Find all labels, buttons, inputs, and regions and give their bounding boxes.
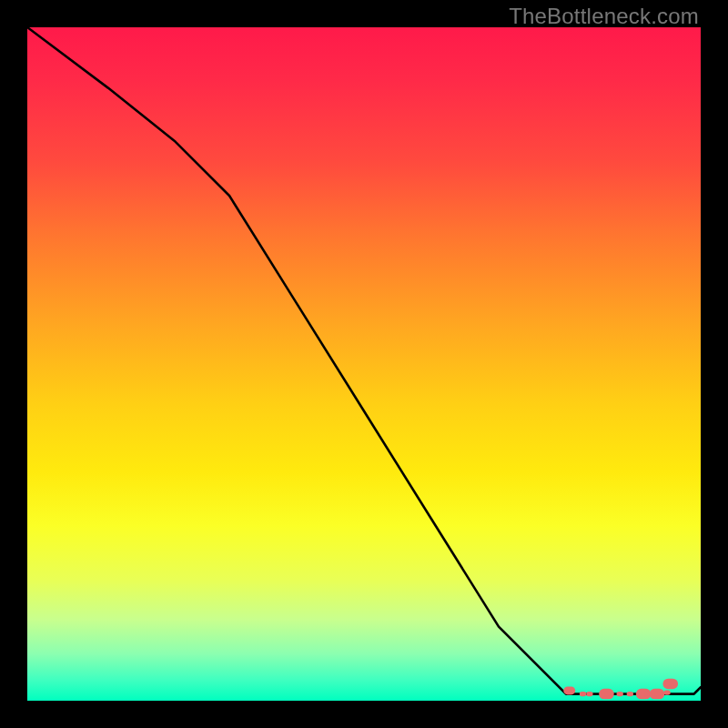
- chart-svg: [27, 27, 701, 701]
- highlight-point: [636, 689, 652, 700]
- highlight-point: [650, 689, 665, 700]
- highlight-point: [563, 686, 575, 694]
- highlight-point: [617, 692, 623, 696]
- highlight-point: [627, 692, 633, 696]
- attribution-text: TheBottleneck.com: [509, 4, 699, 29]
- highlight-point: [586, 692, 592, 696]
- highlight-point: [599, 689, 614, 700]
- main-curve-line: [27, 27, 701, 694]
- highlight-point: [662, 679, 678, 690]
- chart-frame: TheBottleneck.com: [0, 0, 728, 728]
- highlight-points-group: [563, 679, 678, 700]
- highlight-point: [663, 691, 670, 695]
- highlight-point: [580, 692, 586, 696]
